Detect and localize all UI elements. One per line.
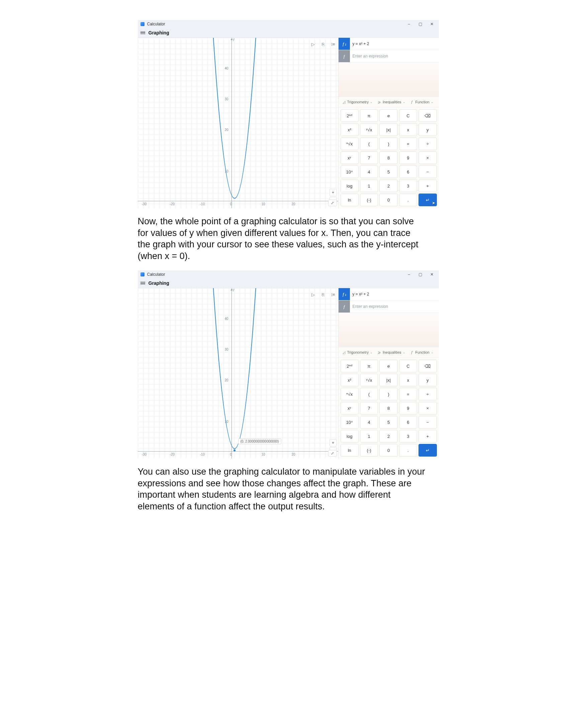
key-2[interactable]: 2 [379,430,397,443]
key-7[interactable]: 7 [360,151,378,164]
key-equals[interactable]: = [399,388,417,400]
key-1[interactable]: 1 [360,430,378,443]
minimize-button[interactable]: – [405,272,413,277]
key-9[interactable]: 9 [399,151,417,164]
trace-play-icon[interactable]: ▷ [310,291,316,297]
function-badge-f1[interactable]: ƒ₁ [339,38,350,50]
key-0[interactable]: 0 [379,444,397,457]
key-rparen[interactable]: ) [379,388,397,400]
function-badge-new[interactable]: ƒ [339,50,350,62]
key-lparen[interactable]: ( [360,137,378,150]
key-xsquared[interactable]: x² [341,374,359,386]
close-button[interactable]: ✕ [428,22,436,26]
key-log[interactable]: log [341,430,359,443]
key-backspace[interactable]: ⌫ [418,109,437,122]
function-badge-new[interactable]: ƒ [339,300,350,313]
key-x[interactable]: x [399,374,417,386]
function-row-new[interactable]: ƒ Enter an expression [339,300,439,313]
category-function[interactable]: ƒFunction⌄ [409,350,435,354]
key-multiply[interactable]: × [418,151,437,164]
expression-input[interactable]: Enter an expression [350,54,439,58]
style-options-icon[interactable]: ⁞≡ [330,291,336,297]
zoom-fit-button[interactable]: ⤢ [328,200,337,206]
zoom-in-button[interactable]: + [330,189,337,196]
key-abs[interactable]: |x| [379,374,397,386]
key-x[interactable]: x [399,123,417,136]
key-backspace[interactable]: ⌫ [418,360,437,372]
key-y[interactable]: y [418,123,437,136]
key-pi[interactable]: π [360,360,378,372]
snapshot-icon[interactable]: ⎘ [320,291,326,297]
trace-play-icon[interactable]: ▷ [310,41,316,47]
zoom-in-button[interactable]: + [330,439,337,447]
function-row-1[interactable]: ƒ₁ y = x² + 2 [339,38,439,50]
key-minus[interactable]: − [418,416,437,429]
key-9[interactable]: 9 [399,402,417,414]
key-abs[interactable]: |x| [379,123,397,136]
snapshot-icon[interactable]: ⎘ [320,41,326,47]
key-nroot[interactable]: ⁿ√x [341,388,359,400]
key-ln[interactable]: ln [341,444,359,457]
graph-pane[interactable]: ▲ y 40 30 20 10 -30 -20 -10 0 10 20 ▷ ⎘ … [138,38,338,208]
key-yroot[interactable]: ʸ√x [360,123,378,136]
category-function[interactable]: ƒFunction⌄ [409,100,435,104]
maximize-button[interactable]: ▢ [416,22,425,26]
key-5[interactable]: 5 [379,416,397,429]
key-e[interactable]: e [379,360,397,372]
key-clear[interactable]: C [399,360,417,372]
key-ln[interactable]: ln [341,194,359,206]
graph-pane[interactable]: ▲ y 40 30 20 10 -30 -20 -10 0 10 20 (0, … [138,288,338,459]
expression-input[interactable]: Enter an expression [350,304,439,309]
key-dot[interactable]: . [399,194,417,206]
close-button[interactable]: ✕ [428,272,436,277]
function-badge-f1[interactable]: ƒ₁ [339,288,350,300]
key-clear[interactable]: C [399,109,417,122]
function-row-new[interactable]: ƒ Enter an expression [339,50,439,63]
key-plus[interactable]: + [418,430,437,443]
key-divide[interactable]: ÷ [418,137,437,150]
hamburger-icon[interactable] [140,31,145,35]
key-10powx[interactable]: 10ˣ [341,165,359,178]
key-rparen[interactable]: ) [379,137,397,150]
key-enter[interactable]: ↵ ➤ [418,194,437,206]
key-2nd[interactable]: 2ⁿᵈ [341,360,359,372]
key-1[interactable]: 1 [360,179,378,192]
function-row-1[interactable]: ƒ₁ y = x² + 2 [339,288,439,300]
category-trig[interactable]: ◿Trigonometry⌄ [341,350,374,354]
hamburger-icon[interactable] [140,281,145,285]
function-expression[interactable]: y = x² + 2 [350,292,439,296]
key-pi[interactable]: π [360,109,378,122]
key-5[interactable]: 5 [379,165,397,178]
key-3[interactable]: 3 [399,179,417,192]
key-log[interactable]: log [341,179,359,192]
key-divide[interactable]: ÷ [418,388,437,400]
key-xpowy[interactable]: xʸ [341,151,359,164]
key-minus[interactable]: − [418,165,437,178]
key-8[interactable]: 8 [379,151,397,164]
key-2[interactable]: 2 [379,179,397,192]
key-y[interactable]: y [418,374,437,386]
category-inequalities[interactable]: ⩾Inequalities⌄ [376,100,407,104]
category-inequalities[interactable]: ⩾Inequalities⌄ [376,350,407,354]
key-6[interactable]: 6 [399,165,417,178]
key-multiply[interactable]: × [418,402,437,414]
maximize-button[interactable]: ▢ [416,272,425,277]
minimize-button[interactable]: – [405,22,413,26]
key-plus[interactable]: + [418,179,437,192]
key-dot[interactable]: . [399,444,417,457]
key-negate[interactable]: (-) [360,194,378,206]
zoom-fit-button[interactable]: ⤢ [328,450,337,457]
key-8[interactable]: 8 [379,402,397,414]
style-options-icon[interactable]: ⁞≡ [330,41,336,47]
key-4[interactable]: 4 [360,165,378,178]
key-6[interactable]: 6 [399,416,417,429]
key-nroot[interactable]: ⁿ√x [341,137,359,150]
key-7[interactable]: 7 [360,402,378,414]
key-equals[interactable]: = [399,137,417,150]
key-xsquared[interactable]: x² [341,123,359,136]
key-4[interactable]: 4 [360,416,378,429]
key-10powx[interactable]: 10ˣ [341,416,359,429]
function-expression[interactable]: y = x² + 2 [350,41,439,46]
key-0[interactable]: 0 [379,194,397,206]
key-xpowy[interactable]: xʸ [341,402,359,414]
